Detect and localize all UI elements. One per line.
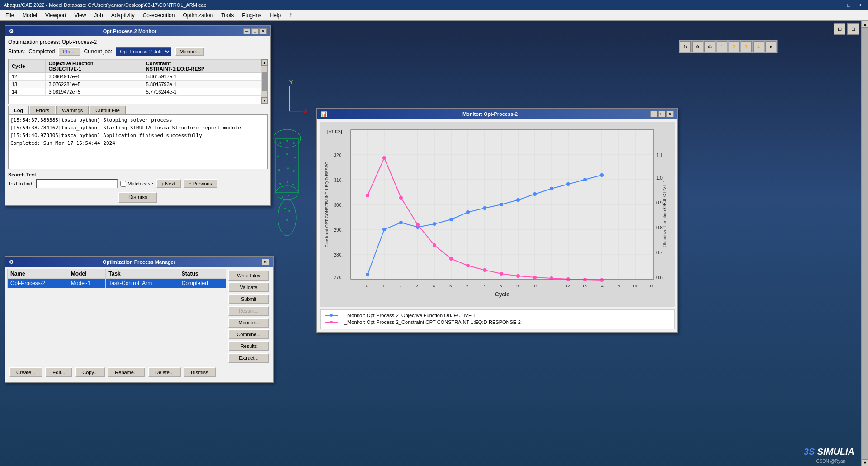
view-1-icon[interactable]: 1: [717, 41, 727, 52]
previous-button[interactable]: ↑ Previous: [184, 179, 217, 188]
rename-btn[interactable]: Rename...: [108, 367, 145, 377]
chart-titlebar-controls: ─ □ ✕: [650, 111, 674, 117]
menu-file[interactable]: File: [2, 11, 18, 19]
menu-model[interactable]: Model: [19, 11, 41, 19]
app-title: Abaqus/CAE 2022 - Model Database: C:\Use…: [4, 2, 207, 8]
svg-point-11: [277, 156, 279, 157]
svg-text:15.: 15.: [616, 284, 622, 288]
scrollbar-thumb[interactable]: [262, 72, 267, 91]
main-scrollbar[interactable]: ▲ ▼: [861, 21, 868, 466]
chart-icon: 📊: [321, 111, 327, 117]
view-4-icon[interactable]: 4: [753, 41, 764, 52]
copy-btn[interactable]: Copy...: [75, 367, 105, 377]
opm-dismiss-btn[interactable]: Dismiss: [184, 367, 216, 377]
table-cell: 5.8615917e-1: [143, 73, 267, 81]
table-cell: 13: [9, 81, 46, 88]
svg-point-102: [466, 264, 470, 267]
opm-close-btn[interactable]: ✕: [262, 259, 269, 265]
svg-text:1.1: 1.1: [656, 153, 663, 158]
chart-minimize-btn[interactable]: ─: [650, 111, 657, 117]
fit-icon[interactable]: ✦: [765, 41, 776, 52]
extract-btn[interactable]: Extract...: [228, 353, 269, 363]
current-job-dropdown[interactable]: Opt-Process-2-Job: [116, 47, 171, 56]
monitor-maximize-btn[interactable]: □: [251, 28, 259, 34]
menu-tools[interactable]: Tools: [217, 11, 237, 19]
tab-output-file[interactable]: Output File: [90, 106, 126, 114]
monitor-btn[interactable]: Monitor...: [175, 47, 204, 56]
scroll-down-btn[interactable]: ▼: [261, 97, 268, 104]
view-2-icon[interactable]: 2: [729, 41, 740, 52]
table-cell: 14: [9, 88, 46, 96]
next-button[interactable]: ↓ Next: [156, 179, 181, 188]
dismiss-row: Dismiss: [8, 192, 268, 203]
menu-bar: File Model Viewport View Job Adaptivity …: [0, 10, 868, 21]
toolbar-icon-2[interactable]: ⊟: [847, 23, 859, 35]
write-files-btn[interactable]: Write Files: [228, 271, 269, 281]
validate-btn[interactable]: Validate: [228, 282, 269, 292]
menu-help[interactable]: Help: [266, 11, 285, 19]
menu-co-execution[interactable]: Co-execution: [139, 11, 179, 19]
close-btn[interactable]: ✕: [855, 2, 864, 8]
view-3-icon[interactable]: 3: [741, 41, 752, 52]
svg-text:2.: 2.: [399, 284, 403, 288]
chart-close-btn[interactable]: ✕: [666, 111, 674, 117]
monitor-minimize-btn[interactable]: ─: [243, 28, 250, 34]
scroll-up-btn[interactable]: ▲: [261, 59, 268, 66]
menu-job[interactable]: Job: [90, 11, 106, 19]
rotate-icon[interactable]: ↻: [680, 41, 691, 52]
opm-title: Optimization Process Manager: [103, 259, 175, 265]
search-input[interactable]: [36, 179, 118, 188]
table-cell: 3.0664947e+5: [46, 73, 143, 81]
svg-point-24: [286, 219, 288, 221]
edit-btn[interactable]: Edit...: [45, 367, 72, 377]
menu-optimization[interactable]: Optimization: [179, 11, 217, 19]
zoom-icon[interactable]: ⊕: [704, 41, 715, 52]
menu-viewport[interactable]: Viewport: [42, 11, 70, 19]
table-cell: 3.0819472e+5: [46, 88, 143, 96]
opm-table-area: Name Model Task Status Opt-Process-2 Mod…: [7, 269, 226, 365]
status-value: Completed: [28, 48, 55, 55]
main-scroll-down[interactable]: ▼: [862, 459, 868, 466]
table-cell: 5.8045793e-1: [143, 81, 267, 88]
prev-arrow-icon: ↑: [189, 181, 192, 186]
title-bar-controls: ─ □ ✕: [834, 2, 864, 8]
toolbar-icon-1[interactable]: ⊞: [834, 23, 845, 35]
menu-help-icon[interactable]: ʔ: [285, 11, 295, 19]
dismiss-button[interactable]: Dismiss: [118, 192, 157, 203]
delete-btn[interactable]: Delete...: [148, 367, 181, 377]
menu-adaptivity[interactable]: Adaptivity: [108, 11, 138, 19]
main-area: Y X: [0, 21, 868, 466]
menu-plugins[interactable]: Plug-ins: [238, 11, 265, 19]
col-objective: Objective FunctionOBJECTIVE-1: [46, 60, 143, 73]
pan-icon[interactable]: ✥: [692, 41, 703, 52]
main-scroll-thumb[interactable]: [862, 28, 868, 459]
table-row[interactable]: Opt-Process-2 Model-1 Task-Control_Arm C…: [8, 279, 226, 288]
results-btn[interactable]: Results: [228, 341, 269, 351]
tab-warnings[interactable]: Warnings: [56, 106, 89, 114]
menu-view[interactable]: View: [71, 11, 90, 19]
chart-area: [x1.E3] 320. 310. 300. 290. 280. 270. 1.…: [320, 122, 675, 307]
minimize-btn[interactable]: ─: [834, 2, 843, 8]
create-btn[interactable]: Create...: [9, 367, 42, 377]
svg-text:0.6: 0.6: [656, 275, 663, 280]
search-section: Search Text Text to find: Match case ↓ N…: [8, 172, 268, 188]
submit-btn[interactable]: Submit: [228, 294, 269, 304]
log-area: [15:54:37.380385|tosca_python] Stopping …: [8, 115, 268, 169]
monitor-opm-btn[interactable]: Monitor...: [228, 318, 269, 328]
chart-restore-btn[interactable]: □: [658, 111, 665, 117]
match-case-checkbox[interactable]: [120, 181, 126, 187]
data-table-container: Cycle Objective FunctionOBJECTIVE-1 Cons…: [8, 59, 268, 104]
table-scrollbar[interactable]: ▲ ▼: [261, 59, 267, 104]
main-scroll-up[interactable]: ▲: [862, 21, 868, 28]
svg-point-22: [284, 208, 286, 209]
maximize-btn[interactable]: □: [844, 2, 853, 8]
svg-point-20: [282, 196, 283, 198]
tab-log[interactable]: Log: [8, 106, 29, 114]
svg-text:X: X: [304, 108, 307, 114]
combine-btn[interactable]: Combine...: [228, 329, 269, 339]
svg-text:5.: 5.: [449, 284, 453, 288]
plot-button[interactable]: Plot...: [58, 47, 80, 56]
restart-btn[interactable]: Restart...: [228, 306, 269, 316]
tab-errors[interactable]: Errors: [30, 106, 55, 114]
monitor-close-btn[interactable]: ✕: [259, 28, 267, 34]
